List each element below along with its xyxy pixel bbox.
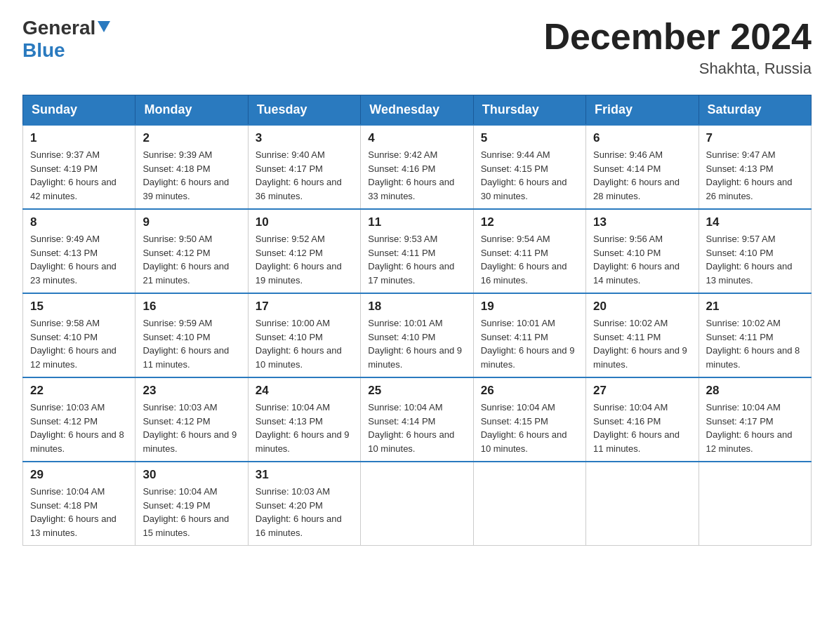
day-number: 6 bbox=[593, 131, 691, 145]
day-number: 7 bbox=[706, 131, 804, 145]
day-number: 26 bbox=[481, 384, 578, 398]
calendar-cell: 20Sunrise: 10:02 AMSunset: 4:11 PMDaylig… bbox=[586, 293, 699, 377]
day-number: 17 bbox=[256, 300, 353, 314]
weekday-header-monday: Monday bbox=[135, 95, 248, 126]
day-number: 25 bbox=[368, 384, 465, 398]
weekday-header-wednesday: Wednesday bbox=[361, 95, 473, 126]
day-info: Sunrise: 9:37 AMSunset: 4:19 PMDaylight:… bbox=[30, 148, 128, 203]
page-header: General Blue December 2024 Shakhta, Russ… bbox=[22, 17, 812, 78]
day-info: Sunrise: 9:53 AMSunset: 4:11 PMDaylight:… bbox=[368, 232, 465, 287]
day-info: Sunrise: 10:04 AMSunset: 4:16 PMDaylight… bbox=[593, 401, 691, 455]
calendar-cell: 16Sunrise: 9:59 AMSunset: 4:10 PMDayligh… bbox=[135, 293, 248, 377]
calendar-cell: 25Sunrise: 10:04 AMSunset: 4:14 PMDaylig… bbox=[361, 377, 473, 462]
weekday-header-tuesday: Tuesday bbox=[248, 95, 360, 126]
day-info: Sunrise: 10:01 AMSunset: 4:10 PMDaylight… bbox=[368, 316, 465, 371]
day-number: 31 bbox=[256, 468, 353, 482]
day-number: 2 bbox=[143, 131, 240, 145]
calendar-cell: 17Sunrise: 10:00 AMSunset: 4:10 PMDaylig… bbox=[248, 293, 360, 377]
day-info: Sunrise: 10:03 AMSunset: 4:12 PMDaylight… bbox=[30, 401, 128, 455]
day-number: 11 bbox=[368, 215, 465, 229]
day-info: Sunrise: 10:04 AMSunset: 4:13 PMDaylight… bbox=[256, 401, 353, 455]
day-number: 28 bbox=[706, 384, 804, 398]
calendar-cell bbox=[473, 462, 585, 546]
day-info: Sunrise: 9:59 AMSunset: 4:10 PMDaylight:… bbox=[143, 316, 240, 371]
calendar-cell bbox=[586, 462, 699, 546]
day-info: Sunrise: 10:04 AMSunset: 4:15 PMDaylight… bbox=[481, 401, 578, 455]
calendar-cell: 1Sunrise: 9:37 AMSunset: 4:19 PMDaylight… bbox=[23, 125, 135, 209]
calendar-cell: 3Sunrise: 9:40 AMSunset: 4:17 PMDaylight… bbox=[248, 125, 360, 209]
calendar-cell: 29Sunrise: 10:04 AMSunset: 4:18 PMDaylig… bbox=[23, 462, 135, 546]
day-info: Sunrise: 9:52 AMSunset: 4:12 PMDaylight:… bbox=[256, 232, 353, 287]
day-info: Sunrise: 10:03 AMSunset: 4:20 PMDaylight… bbox=[256, 485, 353, 539]
day-info: Sunrise: 9:54 AMSunset: 4:11 PMDaylight:… bbox=[481, 232, 578, 287]
calendar-cell: 4Sunrise: 9:42 AMSunset: 4:16 PMDaylight… bbox=[361, 125, 473, 209]
calendar-cell: 10Sunrise: 9:52 AMSunset: 4:12 PMDayligh… bbox=[248, 209, 360, 293]
svg-marker-0 bbox=[98, 21, 110, 32]
day-info: Sunrise: 10:02 AMSunset: 4:11 PMDaylight… bbox=[593, 316, 691, 371]
weekday-header-sunday: Sunday bbox=[23, 95, 135, 126]
day-number: 15 bbox=[30, 300, 128, 314]
calendar-week-row: 15Sunrise: 9:58 AMSunset: 4:10 PMDayligh… bbox=[23, 293, 812, 377]
day-number: 22 bbox=[30, 384, 128, 398]
logo-general-text: General bbox=[22, 17, 95, 39]
day-number: 9 bbox=[143, 215, 240, 229]
calendar-cell: 8Sunrise: 9:49 AMSunset: 4:13 PMDaylight… bbox=[23, 209, 135, 293]
weekday-header-thursday: Thursday bbox=[473, 95, 585, 126]
day-info: Sunrise: 9:58 AMSunset: 4:10 PMDaylight:… bbox=[30, 316, 128, 371]
day-info: Sunrise: 9:47 AMSunset: 4:13 PMDaylight:… bbox=[706, 148, 804, 203]
month-title: December 2024 bbox=[543, 17, 812, 57]
day-number: 5 bbox=[481, 131, 578, 145]
logo-triangle-icon bbox=[98, 21, 110, 35]
day-number: 10 bbox=[256, 215, 353, 229]
day-number: 13 bbox=[593, 215, 691, 229]
title-block: December 2024 Shakhta, Russia bbox=[543, 17, 812, 78]
calendar-cell: 19Sunrise: 10:01 AMSunset: 4:11 PMDaylig… bbox=[473, 293, 585, 377]
day-info: Sunrise: 10:01 AMSunset: 4:11 PMDaylight… bbox=[481, 316, 578, 371]
calendar-cell: 24Sunrise: 10:04 AMSunset: 4:13 PMDaylig… bbox=[248, 377, 360, 462]
day-number: 14 bbox=[706, 215, 804, 229]
calendar-cell: 13Sunrise: 9:56 AMSunset: 4:10 PMDayligh… bbox=[586, 209, 699, 293]
calendar-cell: 23Sunrise: 10:03 AMSunset: 4:12 PMDaylig… bbox=[135, 377, 248, 462]
calendar-cell: 26Sunrise: 10:04 AMSunset: 4:15 PMDaylig… bbox=[473, 377, 585, 462]
calendar-cell: 15Sunrise: 9:58 AMSunset: 4:10 PMDayligh… bbox=[23, 293, 135, 377]
day-info: Sunrise: 9:40 AMSunset: 4:17 PMDaylight:… bbox=[256, 148, 353, 203]
calendar-cell: 28Sunrise: 10:04 AMSunset: 4:17 PMDaylig… bbox=[699, 377, 811, 462]
day-info: Sunrise: 9:39 AMSunset: 4:18 PMDaylight:… bbox=[143, 148, 240, 203]
day-number: 16 bbox=[143, 300, 240, 314]
logo-blue-text: Blue bbox=[22, 39, 65, 61]
day-info: Sunrise: 9:50 AMSunset: 4:12 PMDaylight:… bbox=[143, 232, 240, 287]
day-info: Sunrise: 9:49 AMSunset: 4:13 PMDaylight:… bbox=[30, 232, 128, 287]
calendar-cell: 11Sunrise: 9:53 AMSunset: 4:11 PMDayligh… bbox=[361, 209, 473, 293]
calendar-cell: 2Sunrise: 9:39 AMSunset: 4:18 PMDaylight… bbox=[135, 125, 248, 209]
day-number: 29 bbox=[30, 468, 128, 482]
calendar-week-row: 1Sunrise: 9:37 AMSunset: 4:19 PMDaylight… bbox=[23, 125, 812, 209]
day-number: 12 bbox=[481, 215, 578, 229]
day-number: 3 bbox=[256, 131, 353, 145]
calendar-cell: 22Sunrise: 10:03 AMSunset: 4:12 PMDaylig… bbox=[23, 377, 135, 462]
day-info: Sunrise: 9:57 AMSunset: 4:10 PMDaylight:… bbox=[706, 232, 804, 287]
calendar-cell: 12Sunrise: 9:54 AMSunset: 4:11 PMDayligh… bbox=[473, 209, 585, 293]
day-number: 20 bbox=[593, 300, 691, 314]
day-number: 24 bbox=[256, 384, 353, 398]
day-info: Sunrise: 9:56 AMSunset: 4:10 PMDaylight:… bbox=[593, 232, 691, 287]
day-number: 18 bbox=[368, 300, 465, 314]
day-number: 23 bbox=[143, 384, 240, 398]
day-info: Sunrise: 10:04 AMSunset: 4:19 PMDaylight… bbox=[143, 485, 240, 539]
day-info: Sunrise: 10:00 AMSunset: 4:10 PMDaylight… bbox=[256, 316, 353, 371]
day-number: 1 bbox=[30, 131, 128, 145]
calendar-cell bbox=[699, 462, 811, 546]
day-number: 19 bbox=[481, 300, 578, 314]
day-info: Sunrise: 10:04 AMSunset: 4:17 PMDaylight… bbox=[706, 401, 804, 455]
calendar-cell: 30Sunrise: 10:04 AMSunset: 4:19 PMDaylig… bbox=[135, 462, 248, 546]
logo: General Blue bbox=[22, 17, 110, 62]
day-number: 4 bbox=[368, 131, 465, 145]
calendar-week-row: 29Sunrise: 10:04 AMSunset: 4:18 PMDaylig… bbox=[23, 462, 812, 546]
day-number: 30 bbox=[143, 468, 240, 482]
calendar-cell: 18Sunrise: 10:01 AMSunset: 4:10 PMDaylig… bbox=[361, 293, 473, 377]
calendar-cell: 7Sunrise: 9:47 AMSunset: 4:13 PMDaylight… bbox=[699, 125, 811, 209]
day-number: 21 bbox=[706, 300, 804, 314]
day-info: Sunrise: 9:46 AMSunset: 4:14 PMDaylight:… bbox=[593, 148, 691, 203]
calendar-cell bbox=[361, 462, 473, 546]
calendar-cell: 31Sunrise: 10:03 AMSunset: 4:20 PMDaylig… bbox=[248, 462, 360, 546]
day-info: Sunrise: 9:42 AMSunset: 4:16 PMDaylight:… bbox=[368, 148, 465, 203]
